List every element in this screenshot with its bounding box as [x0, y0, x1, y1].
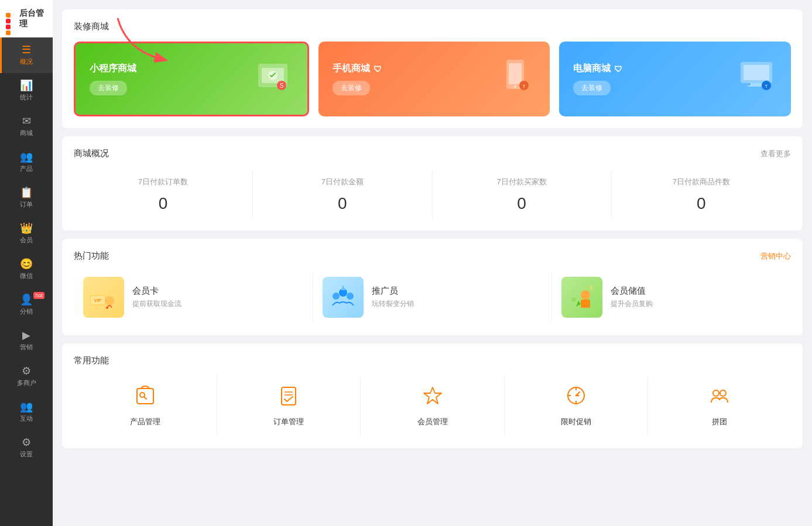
sidebar-label-marketing: 营销: [20, 343, 33, 352]
mini-store-icon: S: [252, 55, 293, 103]
svg-point-28: [571, 297, 576, 302]
marketing-center-link[interactable]: 营销中心: [760, 251, 791, 262]
sidebar-item-settings[interactable]: ⚙ 设置: [0, 430, 53, 466]
overview-icon: ☰: [22, 44, 31, 55]
common-order-label: 订单管理: [273, 417, 304, 427]
feature-promoter-desc: 玩转裂变分销: [372, 299, 414, 309]
svg-point-7: [514, 85, 516, 88]
sidebar-label-product: 产品: [20, 164, 33, 173]
mobile-store-info: 手机商城 🛡 去装修: [333, 63, 382, 95]
sidebar-item-overview[interactable]: ☰ 概况: [0, 37, 53, 73]
mobile-store-icon: T: [495, 55, 536, 103]
feature-vip-card[interactable]: VIP 会员卡 提前获取现金流: [74, 271, 313, 324]
sidebar-item-wechat[interactable]: 😊 微信: [0, 252, 53, 287]
svg-point-40: [713, 390, 719, 396]
sidebar-label-member: 会员: [20, 236, 33, 245]
sidebar-label-settings: 设置: [20, 450, 33, 459]
member-icon: 👑: [20, 223, 33, 233]
feature-member-value-name: 会员储值: [611, 286, 653, 297]
common-order[interactable]: 订单管理: [217, 376, 361, 436]
sidebar-label-stats: 统计: [20, 93, 33, 102]
stat-value-orders: 0: [159, 194, 168, 213]
mobile-store-title: 手机商城 🛡: [333, 63, 382, 75]
mobile-shield-icon: 🛡: [374, 64, 382, 74]
mall-icon: ✉: [22, 116, 31, 126]
mini-store-card[interactable]: 小程序商城 去装修 S: [74, 42, 309, 116]
pc-decorate-button[interactable]: 去装修: [573, 81, 611, 95]
stat-value-buyers: 0: [517, 194, 526, 213]
sidebar-label-multi: 多商户: [17, 379, 36, 387]
flash-sale-icon: [566, 385, 587, 411]
sidebar-item-mall[interactable]: ✉ 商城: [0, 109, 53, 145]
common-member-label: 会员管理: [417, 417, 448, 427]
stat-item-orders: 7日付款订单数 0: [74, 171, 253, 219]
hot-features-grid: VIP 会员卡 提前获取现金流: [74, 271, 791, 324]
mini-store-info: 小程序商城 去装修: [90, 63, 136, 95]
svg-rect-31: [282, 387, 296, 405]
svg-rect-26: [581, 300, 590, 308]
order-icon: 📋: [20, 187, 33, 198]
stat-label-amount: 7日付款金额: [321, 177, 364, 187]
sidebar-item-interact[interactable]: 👥 互动: [0, 394, 53, 430]
feature-promoter[interactable]: 推广员 玩转裂变分销: [313, 271, 553, 324]
mobile-store-card[interactable]: 手机商城 🛡 去装修 T: [318, 42, 550, 116]
sidebar-item-distribution[interactable]: 👤 分销 hot: [0, 287, 53, 323]
sidebar-item-marketing[interactable]: ▶ 营销: [0, 323, 53, 359]
stats-header: 商城概况 查看更多: [74, 148, 791, 159]
mobile-decorate-button[interactable]: 去装修: [333, 81, 370, 95]
svg-text:T: T: [765, 84, 768, 89]
sidebar-item-multi[interactable]: ⚙ 多商户: [0, 359, 53, 394]
stat-label-goods: 7日付款商品件数: [673, 177, 730, 187]
common-member[interactable]: 会员管理: [361, 376, 504, 436]
common-functions-grid: 产品管理 订单管理: [74, 376, 791, 436]
sidebar-item-member[interactable]: 👑 会员: [0, 216, 53, 252]
settings-icon: ⚙: [22, 437, 31, 448]
multi-icon: ⚙: [22, 366, 31, 376]
stat-item-buyers: 7日付款买家数 0: [433, 171, 612, 219]
common-product-label: 产品管理: [130, 417, 160, 427]
feature-member-value-icon-wrap: [561, 277, 602, 318]
order-mgmt-icon: [278, 385, 299, 411]
sidebar-label-overview: 概况: [20, 57, 33, 66]
svg-text:S: S: [279, 82, 283, 89]
feature-vip-info: 会员卡 提前获取现金流: [132, 286, 181, 309]
stat-label-buyers: 7日付款买家数: [497, 177, 547, 187]
store-cards-container: 小程序商城 去装修 S: [74, 42, 791, 116]
app-logo: 后台管理: [0, 0, 53, 37]
feature-vip-icon: VIP: [83, 277, 124, 318]
sidebar-label-distribution: 分销: [20, 307, 33, 316]
common-product[interactable]: 产品管理: [74, 376, 217, 436]
mini-decorate-button[interactable]: 去装修: [90, 81, 127, 95]
stats-icon: 📊: [20, 80, 33, 91]
logo-dot-4: [6, 30, 11, 35]
svg-rect-6: [509, 63, 522, 84]
hot-badge: hot: [33, 292, 44, 299]
pc-store-info: 电脑商城 🛡 去装修: [573, 63, 622, 95]
pc-store-icon: T: [736, 55, 777, 103]
sidebar-label-interact: 互动: [20, 414, 33, 423]
stats-more-link[interactable]: 查看更多: [760, 149, 791, 159]
wechat-icon: 😊: [20, 259, 33, 269]
sidebar-item-order[interactable]: 📋 订单: [0, 180, 53, 216]
group-buy-icon: [709, 385, 730, 411]
sidebar-item-stats[interactable]: 📊 统计: [0, 73, 53, 109]
common-flash-sale-label: 限时促销: [561, 417, 591, 427]
pc-store-card[interactable]: 电脑商城 🛡 去装修 T: [559, 42, 791, 116]
product-icon: 👥: [20, 152, 33, 162]
common-flash-sale[interactable]: 限时促销: [505, 376, 648, 436]
sidebar-label-order: 订单: [20, 200, 33, 209]
logo-dot-2: [6, 19, 11, 23]
feature-member-value-info: 会员储值 提升会员复购: [611, 286, 653, 309]
sidebar-label-mall: 商城: [20, 129, 33, 137]
svg-point-20: [105, 296, 114, 305]
sidebar-item-product[interactable]: 👥 产品: [0, 145, 53, 180]
feature-member-value-desc: 提升会员复购: [611, 299, 653, 309]
common-group[interactable]: 拼团: [648, 376, 791, 436]
common-group-label: 拼团: [712, 417, 727, 427]
feature-member-value[interactable]: 会员储值 提升会员复购: [552, 271, 791, 324]
svg-point-21: [106, 307, 108, 309]
product-mgmt-icon: [135, 385, 156, 411]
distribution-icon: 👤: [20, 294, 33, 305]
stats-grid: 7日付款订单数 0 7日付款金额 0 7日付款买家数 0 7日付款商品件数 0: [74, 171, 791, 219]
svg-rect-12: [751, 83, 762, 85]
